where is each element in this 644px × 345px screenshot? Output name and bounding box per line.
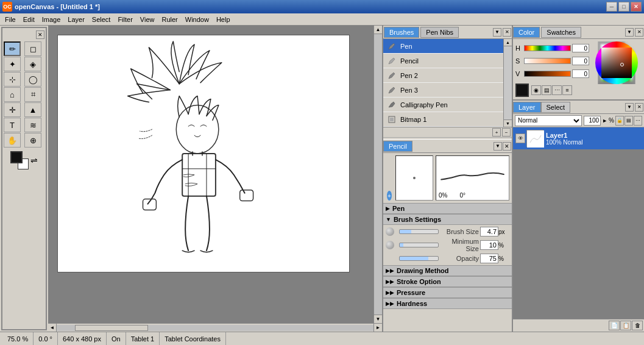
color-wheel-saturation[interactable] [601, 48, 632, 78]
brush-add-button[interactable]: + [492, 128, 501, 137]
close-button[interactable]: ✕ [631, 2, 642, 12]
brush-item-pencil[interactable]: Pencil [383, 54, 503, 68]
maximize-button[interactable]: □ [618, 2, 629, 12]
menu-window[interactable]: Window [182, 15, 213, 24]
tool-crop[interactable]: ⌗ [24, 87, 41, 102]
menu-image[interactable]: Image [38, 15, 65, 24]
color-wheel[interactable] [595, 41, 638, 84]
tool-move[interactable]: ✛ [4, 102, 21, 117]
toolbox-close-button[interactable]: ✕ [36, 30, 44, 39]
brush-item-bitmap1[interactable]: Bitmap 1 [383, 112, 503, 127]
blend-mode-select[interactable]: Normal [515, 115, 582, 126]
tab-pen-nibs[interactable]: Pen Nibs [420, 27, 459, 38]
add-preview-button[interactable]: + [387, 191, 392, 201]
tool-zoom[interactable]: ⊕ [24, 133, 41, 148]
tool-eyedropper[interactable]: ✦ [4, 57, 21, 71]
drawing-canvas[interactable] [57, 35, 350, 272]
foreground-color-swatch[interactable] [10, 151, 23, 163]
tool-select-rect[interactable]: ⊹ [4, 72, 21, 87]
tab-layer[interactable]: Layer [513, 102, 541, 113]
section-pen-header[interactable]: ▶ Pen [383, 203, 512, 214]
layer-panel-menu-button[interactable]: ▼ [625, 103, 634, 112]
layer-group-button[interactable]: ▤ [625, 116, 633, 126]
brush-list-scrollbar[interactable]: ▲ ▼ [503, 39, 512, 127]
color-panel-close-button[interactable]: ✕ [635, 28, 643, 37]
hue-slider[interactable] [524, 45, 571, 51]
brushes-panel-menu-button[interactable]: ▼ [493, 28, 501, 37]
tool-select-lasso[interactable]: ◯ [24, 72, 41, 87]
opacity-percent: % [609, 117, 614, 124]
swap-colors-button[interactable]: ⇌ [30, 155, 38, 165]
brush-settings-close-button[interactable]: ✕ [503, 142, 511, 151]
tool-eraser[interactable]: ◻ [24, 41, 41, 56]
color-icon-3[interactable]: ⋯ [552, 85, 562, 95]
saturation-slider[interactable] [524, 58, 571, 64]
tool-wand[interactable]: ⌂ [4, 87, 21, 102]
hue-value[interactable]: 0 [572, 44, 589, 52]
brush-size-value[interactable]: 4.7 [480, 227, 498, 237]
color-wheel-hue[interactable] [595, 41, 638, 84]
brush-item-pen2[interactable]: Pen 2 [383, 68, 503, 83]
menu-edit[interactable]: Edit [19, 15, 38, 24]
color-icon-4[interactable]: ≡ [562, 85, 572, 95]
minimize-button[interactable]: ─ [606, 2, 617, 12]
tool-text[interactable]: T [4, 118, 21, 132]
menu-view[interactable]: View [136, 15, 158, 24]
current-color-swatch[interactable] [515, 84, 529, 97]
color-icon-2[interactable]: ▤ [542, 85, 551, 95]
color-icon-1[interactable]: ◉ [531, 85, 541, 95]
layer-item-1[interactable]: 👁 Layer1 100% Normal [513, 127, 644, 149]
vertical-scrollbar[interactable]: ▲ ▼ [373, 26, 382, 323]
minimum-size-slider[interactable] [399, 243, 439, 247]
menu-ruler[interactable]: Ruler [158, 15, 182, 24]
section-drawing-method-header[interactable]: ▶▶ Drawing Method [383, 265, 512, 276]
layer-new-button[interactable]: 📄 [609, 321, 620, 330]
section-brush-settings-header[interactable]: ▼ Brush Settings [383, 214, 512, 225]
tab-select[interactable]: Select [541, 102, 571, 113]
brush-item-pen[interactable]: Pen [383, 39, 503, 54]
value-slider[interactable] [524, 71, 571, 77]
tab-brush-settings[interactable]: Pencil [383, 141, 412, 152]
layer-panel-close-button[interactable]: ✕ [635, 103, 643, 112]
brush-size-slider[interactable] [399, 229, 439, 234]
layer-lock-button[interactable]: 🔒 [615, 116, 624, 126]
brush-item-calligraphy[interactable]: Calligraphy Pen [383, 98, 503, 112]
layer-delete-button[interactable]: 🗑 [632, 321, 643, 330]
menu-select[interactable]: Select [88, 15, 115, 24]
opacity-stepper[interactable]: ► [602, 118, 607, 124]
menu-layer[interactable]: Layer [64, 15, 88, 24]
brush-size-dial[interactable] [386, 227, 394, 236]
section-pressure-header[interactable]: ▶▶ Pressure [383, 287, 512, 298]
layer-copy-button[interactable]: 📋 [620, 321, 631, 330]
minimum-size-dial[interactable] [386, 241, 394, 249]
brushes-panel-close-button[interactable]: ✕ [503, 28, 511, 37]
value-value[interactable]: 0 [572, 69, 589, 78]
layer-clip-button[interactable]: ⋯ [634, 116, 642, 126]
menu-help[interactable]: Help [213, 15, 234, 24]
section-hardness-header[interactable]: ▶▶ Hardness [383, 298, 512, 309]
rotation-status: 0.0 ° [34, 332, 58, 345]
tab-color[interactable]: Color [513, 27, 540, 38]
brush-settings-menu-button[interactable]: ▼ [494, 142, 502, 151]
menu-filter[interactable]: Filter [114, 15, 136, 24]
minimum-size-value[interactable]: 10 [480, 240, 498, 250]
tool-blur[interactable]: ◈ [24, 57, 41, 71]
tab-brushes[interactable]: Brushes [384, 27, 419, 38]
opacity-value[interactable]: 75 [480, 254, 498, 263]
saturation-value[interactable]: 0 [572, 57, 589, 65]
brush-delete-button[interactable]: − [502, 128, 511, 137]
brush-item-pen3[interactable]: Pen 3 [383, 83, 503, 98]
opacity-slider[interactable] [399, 256, 439, 261]
color-panel-menu-button[interactable]: ▼ [625, 28, 634, 37]
layer-visibility-button[interactable]: 👁 [515, 133, 525, 143]
tab-swatches[interactable]: Swatches [541, 27, 581, 38]
opacity-value-display[interactable]: 100 [584, 116, 601, 126]
menu-file[interactable]: File [1, 15, 19, 24]
tool-bucket[interactable]: ▲ [24, 102, 41, 117]
tool-pen[interactable]: ✏ [4, 41, 21, 56]
tool-hand[interactable]: ✋ [4, 133, 21, 148]
section-stroke-option-header[interactable]: ▶▶ Stroke Option [383, 276, 512, 287]
horizontal-scrollbar[interactable]: ◄ ► [48, 323, 382, 332]
tool-smudge[interactable]: ≋ [24, 118, 41, 132]
layer-info: Layer1 100% Normal [546, 132, 583, 146]
